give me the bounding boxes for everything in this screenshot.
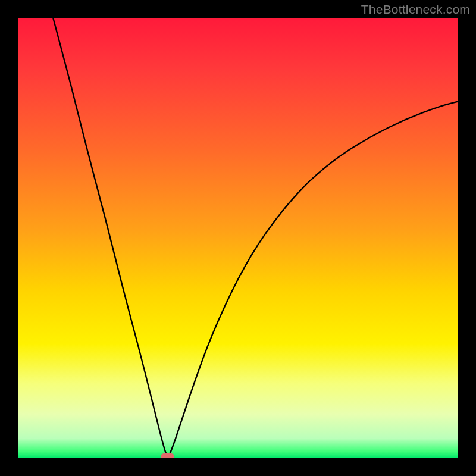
chart-svg — [18, 18, 458, 458]
optimal-marker — [161, 453, 174, 458]
chart-frame: TheBottleneck.com — [0, 0, 476, 476]
bottleneck-chart — [18, 18, 458, 458]
gradient-background — [18, 18, 458, 458]
watermark-text: TheBottleneck.com — [361, 2, 470, 17]
